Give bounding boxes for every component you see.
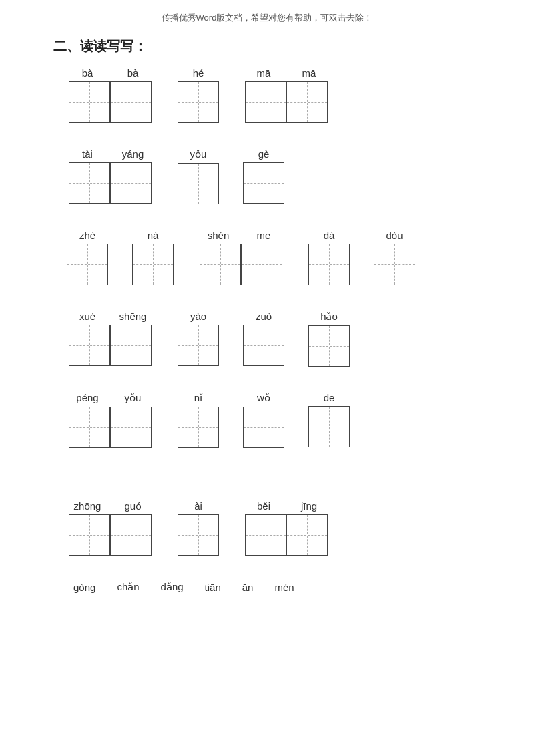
top-banner: 传播优秀Word版文档，希望对您有帮助，可双击去除！ (0, 0, 534, 31)
character-cell (69, 514, 110, 556)
pinyin-label: gè (243, 148, 284, 160)
word-row: xuéshēngyàozuòhǎo (67, 311, 494, 373)
word-row: péngyǒunǐwǒde (67, 392, 494, 455)
pinyin-label: nǐ (178, 392, 219, 404)
character-cell (178, 81, 219, 123)
word-unit: ài (178, 500, 219, 556)
character-cell (178, 163, 219, 204)
pinyin-label: bà (112, 67, 154, 79)
character-cell (241, 244, 282, 285)
word-row: zhōngguóàiběijīng (67, 500, 494, 562)
character-cell (110, 514, 152, 556)
word-row: bàbàhémāmā (67, 67, 494, 130)
word-unit: tàiyáng (67, 148, 154, 204)
pinyin-label: wǒ (243, 392, 284, 404)
character-cell (178, 407, 219, 448)
word-unit: hǎo (308, 311, 350, 367)
pinyin-label: de (308, 392, 350, 403)
last-pinyin-row: gòngchǎndǎngtiānānmén (67, 581, 494, 593)
pinyin-label: hǎo (308, 311, 350, 323)
pinyin-label: mā (288, 67, 330, 79)
pinyin-label: běi (243, 500, 284, 512)
pinyin-label: jīng (288, 500, 330, 512)
word-unit: wǒ (243, 392, 284, 448)
pinyin-label: xué (67, 311, 108, 322)
pinyin-label: tài (67, 148, 108, 160)
word-unit: bàbà (67, 67, 154, 123)
section-title: 二、读读写写： (0, 31, 534, 67)
pinyin-label: hé (178, 67, 219, 79)
pinyin-item: tiān (205, 582, 221, 593)
character-cell (245, 81, 286, 123)
pinyin-label: dòu (374, 230, 415, 241)
character-cell (110, 325, 152, 366)
word-row: zhènàshénmedàdòu (67, 230, 494, 292)
character-cell (374, 244, 415, 285)
word-unit: yǒu (178, 148, 219, 204)
character-cell (69, 81, 110, 123)
character-cell (286, 81, 328, 123)
word-unit: de (308, 392, 350, 447)
word-unit: dòu (374, 230, 415, 285)
pinyin-label: shén (198, 230, 239, 241)
word-unit: zhōngguó (67, 500, 154, 556)
character-cell (110, 407, 152, 448)
character-cell (200, 244, 241, 285)
character-cell (243, 325, 284, 366)
pinyin-label: zhè (67, 230, 108, 241)
character-cell (69, 407, 110, 448)
word-unit: gè (243, 148, 284, 204)
pinyin-label: bà (67, 67, 108, 79)
pinyin-label: yáng (112, 148, 154, 160)
pinyin-item: dǎng (161, 581, 184, 593)
word-unit: zhè (67, 230, 108, 285)
pinyin-label: mā (243, 67, 284, 79)
character-cell (178, 514, 219, 556)
pinyin-label: nà (132, 230, 174, 241)
pinyin-label: zhōng (67, 500, 108, 512)
content-area: bàbàhémāmātàiyángyǒugèzhènàshénmedàdòuxu… (0, 67, 534, 593)
pinyin-label: guó (112, 500, 154, 512)
pinyin-label: yào (178, 311, 219, 322)
character-cell (178, 325, 219, 366)
pinyin-label: me (243, 230, 284, 241)
pinyin-label: yǒu (178, 148, 219, 160)
word-unit: nǐ (178, 392, 219, 448)
character-cell (69, 325, 110, 366)
character-cell (286, 514, 328, 556)
character-cell (308, 325, 350, 367)
word-unit: māmā (243, 67, 330, 123)
word-unit: hé (178, 67, 219, 123)
word-unit: zuò (243, 311, 284, 366)
pinyin-label: dà (308, 230, 350, 241)
character-cell (308, 244, 350, 285)
pinyin-label: ài (178, 500, 219, 512)
character-cell (110, 81, 152, 123)
word-unit: dà (308, 230, 350, 285)
character-cell (243, 162, 284, 204)
word-unit: běijīng (243, 500, 330, 556)
pinyin-label: yǒu (112, 392, 154, 404)
word-unit: xuéshēng (67, 311, 154, 366)
pinyin-item: gòng (73, 582, 95, 593)
character-cell (245, 514, 286, 556)
character-cell (69, 162, 110, 204)
pinyin-label: zuò (243, 311, 284, 322)
word-unit: péngyǒu (67, 392, 154, 448)
word-unit: nà (132, 230, 174, 285)
word-unit: yào (178, 311, 219, 366)
character-cell (110, 162, 152, 204)
pinyin-item: mén (274, 582, 294, 593)
pinyin-label: péng (67, 392, 108, 404)
character-cell (67, 244, 108, 285)
character-cell (308, 406, 350, 447)
pinyin-label: shēng (112, 311, 154, 322)
character-cell (243, 407, 284, 448)
character-cell (132, 244, 174, 285)
word-unit: shénme (198, 230, 284, 285)
pinyin-item: ān (242, 582, 254, 593)
pinyin-item: chǎn (117, 581, 139, 593)
word-row: tàiyángyǒugè (67, 148, 494, 211)
